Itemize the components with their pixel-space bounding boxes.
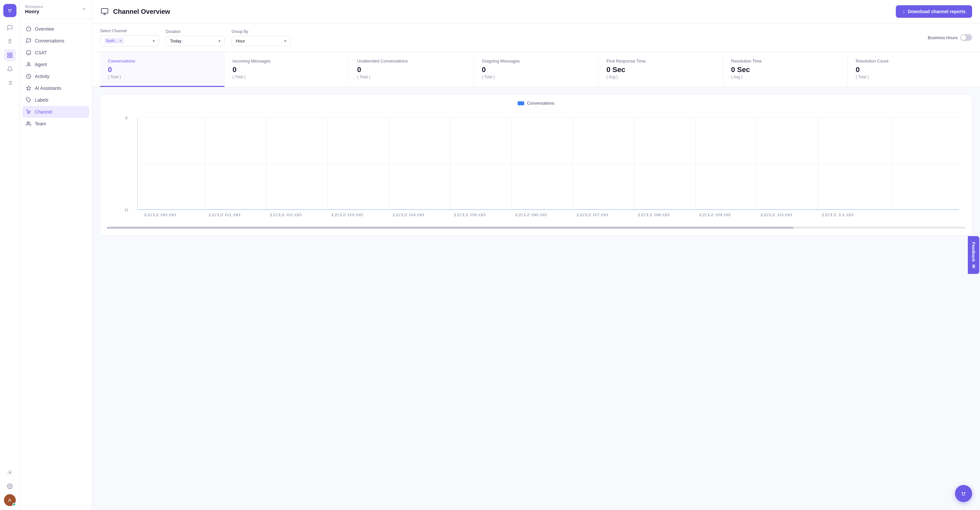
stat-resolution-time[interactable]: Resolution Time 0 Sec ( Avg ) [723,52,848,87]
activity-icon [25,73,32,79]
stat-first-response-value: 0 Sec [606,65,715,74]
stat-unattended[interactable]: Unattended Conversations 0 ( Total ) [349,52,474,87]
groupby-filter-group: Group By Hour ▾ [232,29,291,46]
svg-point-26 [27,122,29,123]
sidebar-item-team[interactable]: Team [22,118,89,130]
stat-incoming-sub: ( Total ) [232,75,341,79]
channel-filter-select[interactable]: Ilush... ✕ ▾ [100,35,159,46]
sidebar-item-activity[interactable]: Activity [22,70,89,82]
legend-label: Conversations [527,101,554,106]
settings-icon[interactable] [4,480,16,492]
stat-outgoing[interactable]: Outgoing Messages 0 ( Total ) [474,52,598,87]
stat-incoming-value: 0 [232,65,341,74]
stats-row: Conversations 0 ( Total ) Incoming Messa… [92,52,980,87]
user-avatar[interactable]: A [4,494,16,506]
chart-scrollbar[interactable] [107,227,965,229]
svg-text:12/12 11:00: 12/12 11:00 [821,213,853,217]
ai-assistants-icon [25,85,32,91]
svg-point-62 [964,492,965,494]
channel-filter-group: Select Channel Ilush... ✕ ▾ [100,29,159,46]
chat-fab[interactable] [955,485,972,502]
svg-text:12/12 02:00: 12/12 02:00 [269,213,302,217]
svg-text:12/12 00:00: 12/12 00:00 [144,213,176,217]
agent-icon [25,62,32,67]
groupby-filter-select[interactable]: Hour ▾ [232,36,291,46]
labels-icon [25,97,32,103]
channel-tag-remove[interactable]: ✕ [119,39,122,43]
sidebar-item-ai-assistants[interactable]: AI Assistants [22,82,89,94]
workspace-name: Hoory [25,8,43,14]
svg-text:12/12 06:00: 12/12 06:00 [515,213,547,217]
channel-filter-label: Select Channel [100,29,159,33]
stat-outgoing-sub: ( Total ) [482,75,590,79]
stat-first-response[interactable]: First Response Time 0 Sec ( Avg ) [598,52,723,87]
page-title: Channel Overview [113,8,170,16]
sidebar-item-csat-label: CSAT [35,50,47,55]
stat-first-response-title: First Response Time [606,59,715,64]
svg-text:12/12 01:00: 12/12 01:00 [208,213,240,217]
stat-conversations-value: 0 [108,65,216,74]
svg-text:12/12 10:00: 12/12 10:00 [760,213,792,217]
stat-resolution-time-value: 0 Sec [731,65,840,74]
groupby-filter-value: Hour [236,38,245,43]
contacts-icon[interactable] [4,35,16,47]
workspace-chevron-icon[interactable] [81,6,86,13]
reports-icon[interactable] [4,49,16,61]
duration-chevron-icon: ▾ [218,38,221,43]
stat-unattended-title: Unattended Conversations [357,59,466,64]
feedback-tab[interactable]: Feedback ✉ [968,236,979,274]
page-title-area: Channel Overview [100,7,170,16]
stat-conversations-sub: ( Total ) [108,75,216,79]
conversations-icon [25,38,32,44]
svg-text:0: 0 [125,208,128,212]
filters-row: Select Channel Ilush... ✕ ▾ Duration Tod… [92,23,980,52]
stat-incoming-title: Incoming Messages [232,59,341,64]
list-icon[interactable] [4,77,16,89]
svg-rect-4 [8,53,9,55]
svg-rect-27 [101,8,108,13]
toggle-knob [961,35,966,40]
sidebar-item-labels-label: Labels [35,97,48,103]
business-hours-label: Business Hours [928,35,958,40]
icon-bar: A [0,0,20,510]
chart-wrapper: 1 0 12/12 00:00 12/12 01:00 12/12 02:00 … [107,111,965,223]
sidebar-item-overview[interactable]: Overview [22,23,89,35]
integrations-icon[interactable] [4,467,16,478]
download-button[interactable]: ↓ Download channel reports [896,5,972,18]
duration-filter-select[interactable]: Today ▾ [166,36,225,46]
chat-icon[interactable] [4,22,16,33]
svg-rect-6 [8,56,9,57]
svg-marker-24 [26,86,30,90]
svg-point-15 [9,486,11,487]
download-button-label: Download channel reports [908,9,966,14]
sidebar-item-conversations[interactable]: Conversations [22,35,89,47]
workspace-header[interactable]: Workspace Hoory [20,0,92,19]
sidebar-item-agent[interactable]: Agent [22,59,89,70]
stat-incoming[interactable]: Incoming Messages 0 ( Total ) [224,52,349,87]
stat-resolution-time-title: Resolution Time [731,59,840,64]
svg-rect-5 [10,53,12,55]
stat-outgoing-title: Outgoing Messages [482,59,590,64]
chart-legend: Conversations [107,101,965,106]
overview-icon [25,26,32,32]
team-icon [25,121,32,127]
svg-point-2 [10,9,11,11]
feedback-icon: ✉ [971,264,976,268]
chart-area: Conversations 1 0 12/12 00:00 12/12 01:0… [92,87,980,510]
business-hours-toggle[interactable] [960,34,972,41]
svg-point-1 [8,9,10,11]
scrollbar-thumb [107,227,794,229]
groupby-filter-label: Group By [232,29,291,34]
svg-text:12/12 09:00: 12/12 09:00 [698,213,731,217]
sidebar-item-csat[interactable]: CSAT [22,47,89,59]
stat-conversations[interactable]: Conversations 0 ( Total ) [100,52,224,87]
sidebar-item-channel[interactable]: Channel [22,106,89,118]
bell-icon[interactable] [4,63,16,75]
channel-chevron-icon: ▾ [153,38,155,43]
duration-filter-label: Duration [166,29,225,34]
sidebar-item-labels[interactable]: Labels [22,94,89,106]
stat-resolution-count[interactable]: Resolution Count 0 ( Total ) [848,52,972,87]
sidebar: Workspace Hoory Overview Conversations C… [20,0,92,510]
feedback-label: Feedback [971,242,976,262]
sidebar-item-team-label: Team [35,121,46,126]
